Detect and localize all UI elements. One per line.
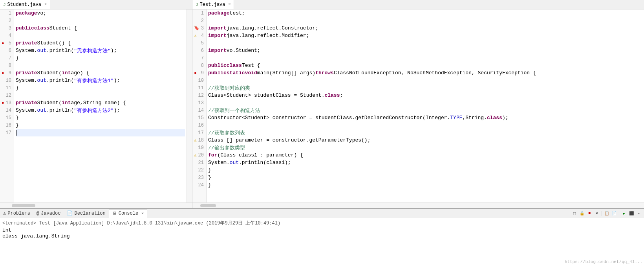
token: private: [16, 70, 37, 76]
tab-student-close[interactable]: ×: [44, 2, 47, 7]
code-line-13: private Student(int age,String name) {: [16, 99, 185, 107]
clear-console-btn[interactable]: ⬚: [571, 210, 578, 217]
code-line-11: //获取到对应的类: [208, 84, 642, 92]
line-number-14: 14: [2, 107, 11, 114]
code-line-11: }: [16, 84, 185, 92]
token: vo;: [37, 10, 46, 16]
warning-icon: ⚠: [194, 153, 197, 158]
line-number-1: 1: [2, 9, 11, 17]
tab-problems[interactable]: ⚠ Problems: [0, 209, 33, 218]
token: age) {: [71, 70, 89, 76]
token: );: [114, 77, 120, 83]
console-line2: class java.lang.String: [2, 233, 642, 239]
left-code-container[interactable]: 1234●5678●9101112●1314151617 package vo;…: [0, 9, 192, 202]
code-line-9: private Student(int age) {: [16, 69, 185, 77]
tab-console[interactable]: 🖥 Console ×: [109, 209, 147, 218]
token: Student(: [37, 70, 62, 76]
run-btn[interactable]: ▶: [620, 210, 628, 217]
token: ;: [340, 92, 343, 98]
token: int: [62, 70, 71, 76]
line-number-12: 12: [2, 92, 11, 99]
tab-javadoc[interactable]: @ Javadoc: [33, 209, 64, 218]
more-btn[interactable]: ▾: [635, 210, 642, 217]
warning-icon: ⚠: [194, 138, 197, 143]
scroll-lock-btn[interactable]: 🔒: [578, 210, 585, 217]
line-number-4: ⚠4: [195, 32, 204, 39]
right-code-container[interactable]: 12🔖3⚠45678●91011121314151617⚠1819⚠202122…: [192, 9, 644, 202]
left-editor-pane: J Student.java × 1234●5678●9101112●13141…: [0, 0, 192, 208]
tab-test-close[interactable]: ×: [228, 2, 231, 7]
token: Student() {: [37, 40, 71, 46]
console-close[interactable]: ×: [141, 212, 144, 216]
token: class: [324, 92, 340, 98]
remove-all-btn[interactable]: ✖: [593, 210, 600, 217]
token: test;: [230, 10, 245, 16]
console-terminated-line: <terminated> Test [Java Application] D:\…: [2, 220, 642, 226]
line-number-9: ●9: [2, 69, 11, 77]
token: java.lang.reflect.Constructor;: [227, 25, 318, 31]
line-number-1: 1: [195, 9, 204, 17]
breakpoint-icon[interactable]: ●: [2, 101, 4, 105]
left-h-scroll[interactable]: [0, 202, 192, 208]
token: java.lang.reflect.Modifier;: [227, 33, 309, 39]
copy-btn[interactable]: 📋: [603, 210, 610, 217]
right-h-scroll[interactable]: [192, 202, 644, 208]
token: package: [16, 10, 37, 16]
right-line-numbers: 12🔖3⚠45678●91011121314151617⚠1819⚠202122…: [192, 9, 207, 202]
code-line-6: import vo.Student;: [208, 47, 642, 54]
declaration-icon: 📄: [67, 210, 73, 216]
line-number-3: 🔖3: [195, 24, 204, 32]
warning-icon: ⚠: [194, 33, 197, 38]
token: }: [208, 175, 211, 180]
line-number-13: ●13: [2, 99, 11, 107]
token: .println(: [46, 77, 74, 83]
javadoc-label: Javadoc: [41, 211, 60, 216]
token: .println(: [46, 107, 74, 113]
breakpoint-icon[interactable]: ●: [2, 41, 4, 46]
token: for: [208, 152, 217, 158]
line-number-20: ⚠20: [195, 151, 204, 159]
line-number-14: 14: [195, 107, 204, 114]
javadoc-icon: @: [37, 211, 39, 216]
left-scroll-track[interactable]: [187, 9, 192, 202]
code-line-10: System.out.println("有参构造方法1");: [16, 77, 185, 84]
line-number-17: 17: [195, 129, 204, 136]
token: Student(: [37, 100, 62, 106]
code-line-12: Class<Student> studentClass = Student.cl…: [208, 92, 642, 99]
tab-student-java[interactable]: J Student.java ×: [0, 0, 50, 9]
line-number-8: 8: [195, 62, 204, 69]
token: System.: [16, 48, 37, 53]
token: static: [227, 70, 245, 76]
line-number-21: 21: [195, 159, 204, 166]
watermark: https://blog.csdn.net/qq_41...: [565, 259, 642, 264]
terminate-btn[interactable]: ■: [586, 210, 593, 217]
tab-declaration[interactable]: 📄 Declaration: [64, 209, 108, 218]
breakpoint-icon[interactable]: ●: [2, 71, 4, 75]
line-number-24: 24: [195, 181, 204, 189]
tab-test-java[interactable]: J Test.java ×: [192, 0, 234, 9]
line-number-23: 23: [195, 174, 204, 181]
token: }: [208, 167, 211, 173]
token: Constructor<Student> constructor = stude…: [208, 115, 450, 121]
code-line-14: //获取到一个构造方法: [208, 107, 642, 114]
token: class: [487, 115, 502, 121]
code-line-17: //获取参数列表: [208, 129, 642, 136]
token: ,String.: [463, 115, 487, 121]
code-line-3: public class Student {: [16, 24, 185, 32]
token: private: [16, 100, 37, 106]
token: "无参构造方法": [74, 47, 111, 54]
declaration-label: Declaration: [74, 211, 105, 216]
code-line-18: Class [] parameter = constructor.getPara…: [208, 136, 642, 144]
breakpoint-icon[interactable]: ●: [194, 71, 197, 75]
token: );: [502, 115, 509, 121]
left-tab-bar: J Student.java ×: [0, 0, 192, 9]
code-line-16: }: [16, 121, 185, 129]
token: );: [114, 107, 120, 113]
paste-btn[interactable]: 📄: [611, 210, 618, 217]
code-line-5: private Student() {: [16, 39, 185, 47]
java-file-icon: J: [3, 2, 6, 7]
code-line-9: public static void main(String[] args) t…: [208, 69, 642, 77]
line-number-11: 11: [195, 84, 204, 92]
stop-btn[interactable]: ⬛: [628, 210, 635, 217]
token: import: [208, 25, 227, 31]
